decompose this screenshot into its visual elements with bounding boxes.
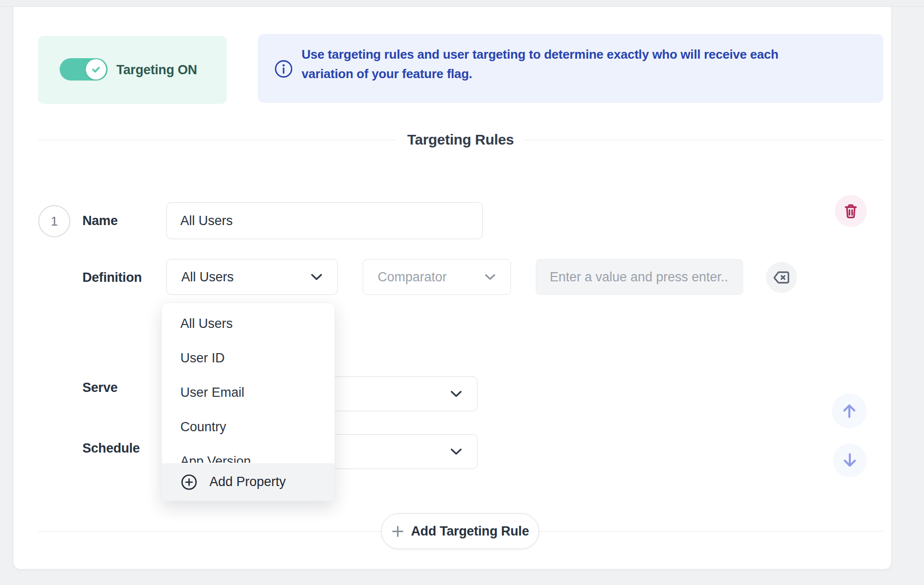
chevron-down-icon: [310, 273, 323, 281]
add-property-item[interactable]: Add Property: [162, 463, 335, 501]
targeting-toggle-label: Targeting ON: [116, 36, 197, 104]
info-banner-text: Use targeting rules and user targeting t…: [302, 45, 859, 83]
add-property-label: Add Property: [209, 474, 286, 489]
definition-label: Definition: [82, 270, 142, 285]
comparator-select-placeholder: Comparator: [378, 270, 447, 285]
targeting-toggle[interactable]: [60, 58, 108, 81]
definition-select-value: All Users: [181, 270, 234, 285]
plus-icon: [391, 525, 404, 538]
serve-label: Serve: [82, 380, 118, 395]
arrow-down-icon: [841, 451, 859, 470]
rule-value-input[interactable]: [536, 259, 743, 295]
delete-rule-button[interactable]: [835, 195, 867, 227]
plus-circle-icon: [180, 473, 198, 491]
toggle-thumb: [86, 59, 106, 80]
add-targeting-rule-button[interactable]: Add Targeting Rule: [381, 513, 539, 549]
trash-icon: [843, 203, 859, 219]
backspace-icon: [773, 270, 790, 285]
chevron-down-icon: [450, 448, 462, 456]
rule-name-input[interactable]: [166, 202, 483, 239]
header-divider-right: [525, 140, 883, 140]
rule-number-badge: 1: [38, 205, 70, 237]
info-icon: [273, 59, 294, 79]
chevron-down-icon: [450, 390, 462, 398]
targeting-rules-header: Targeting Rules: [38, 131, 883, 148]
targeting-card: Targeting ON Use targeting rules and use…: [14, 7, 891, 569]
schedule-label: Schedule: [82, 441, 140, 456]
definition-dropdown-menu: All Users User ID User Email Country App…: [161, 302, 335, 501]
definition-select[interactable]: All Users: [166, 259, 338, 295]
check-icon: [90, 64, 102, 75]
definition-dropdown-options: All Users User ID User Email Country App…: [162, 307, 335, 463]
chevron-down-icon: [484, 273, 496, 281]
move-rule-down-button[interactable]: [833, 443, 867, 477]
move-rule-up-button[interactable]: [832, 393, 867, 428]
dropdown-option-all-users[interactable]: All Users: [162, 307, 335, 341]
name-label: Name: [82, 213, 118, 228]
header-divider-left: [38, 140, 397, 140]
comparator-select[interactable]: Comparator: [363, 259, 511, 295]
dropdown-option-user-email[interactable]: User Email: [162, 375, 335, 410]
targeting-toggle-panel: Targeting ON: [38, 36, 227, 104]
arrow-up-icon: [840, 402, 859, 420]
dropdown-option-user-id[interactable]: User ID: [162, 341, 335, 375]
dropdown-option-app-version[interactable]: App Version: [162, 444, 335, 463]
top-edge-strip: [0, 0, 924, 7]
dropdown-option-country[interactable]: Country: [162, 410, 335, 444]
add-targeting-rule-label: Add Targeting Rule: [411, 524, 529, 539]
page-title: Targeting Rules: [407, 131, 514, 148]
clear-value-button[interactable]: [766, 262, 797, 293]
info-banner-line-2: variation of your feature flag.: [302, 64, 859, 83]
info-banner-line-1: Use targeting rules and user targeting t…: [302, 45, 859, 64]
info-banner: Use targeting rules and user targeting t…: [258, 34, 883, 103]
